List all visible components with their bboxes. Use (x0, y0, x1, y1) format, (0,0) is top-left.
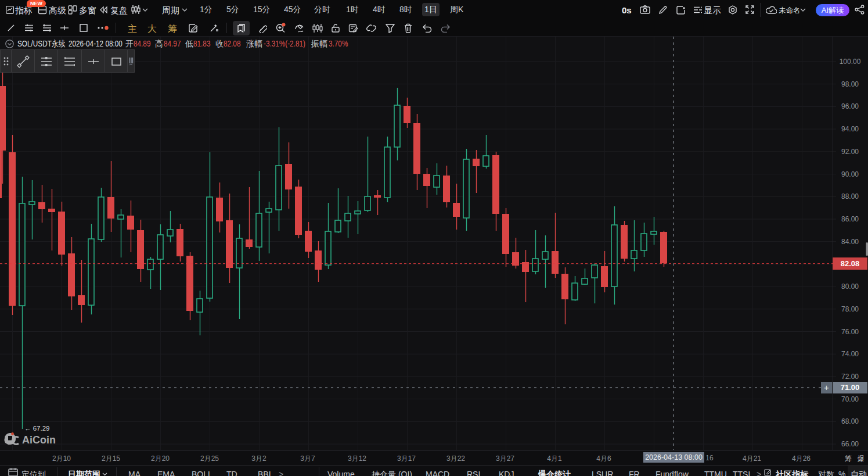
svg-text:AiCoin: AiCoin (22, 434, 56, 446)
